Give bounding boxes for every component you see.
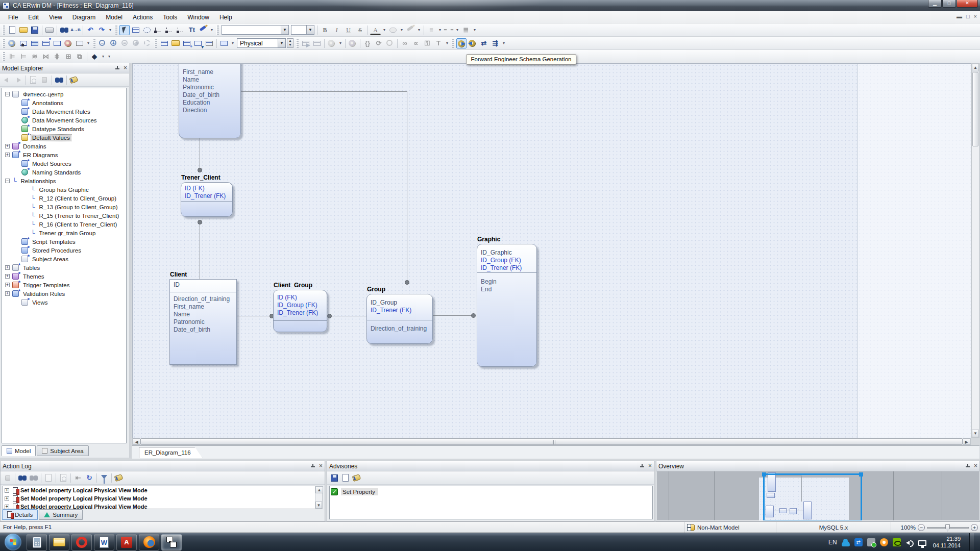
expand-width-icon[interactable] [73,473,83,483]
taskbar-explorer[interactable] [49,534,69,550]
new-key-icon[interactable] [204,38,214,48]
toolbar-grip[interactable] [3,39,5,48]
format-brush-icon[interactable] [198,25,208,35]
log-entry[interactable]: + Set Model property Logical Physical Vi… [3,494,315,503]
help-book-icon[interactable] [69,75,79,85]
category-tool-icon[interactable] [142,25,152,35]
tree-item-validation-rules[interactable]: + Validation Rules [2,289,126,298]
collapse-icon[interactable]: − [5,179,10,183]
toolbar-overflow-icon[interactable]: ▾ [501,38,507,48]
fill-color-icon[interactable] [388,25,398,35]
line-width-icon[interactable] [426,25,436,35]
expand-icon[interactable]: + [5,291,10,296]
taskbar-erwin-active[interactable] [161,534,182,550]
pin-icon[interactable] [640,463,645,469]
tree-item-relationship[interactable]: └ Group has Graphic [2,185,126,194]
tree-item-relationship[interactable]: └ R_13 (Group to Client_Group) [2,203,126,211]
antivirus-tray-icon[interactable] [880,538,888,546]
collapse-icon[interactable]: − [5,92,10,96]
tree-item-relationship[interactable]: └ R_15 (Trener to Trener_Client) [2,211,126,220]
expand-icon[interactable]: + [5,153,10,157]
diagram-window-icon[interactable] [30,38,40,48]
show-desktop-button[interactable] [969,533,974,551]
tree-item-data-movement-sources[interactable]: Data Movement Sources [2,116,126,124]
close-panel-icon[interactable]: × [124,65,127,71]
font-color-button[interactable]: A [370,25,381,35]
help-book-icon[interactable] [114,473,124,483]
advisory-item[interactable]: ✓ Set Property [331,487,651,496]
tree-item-datatype-standards[interactable]: Datatype Standards [2,124,126,133]
new-model-icon[interactable] [7,25,17,35]
align-top-icon[interactable] [18,52,29,62]
toolbar-grip[interactable] [93,39,95,48]
open-model-icon[interactable] [18,25,29,35]
design-layer-icon[interactable] [312,38,322,48]
tree-item-relationship[interactable]: └ R_12 (Client to Client_Group) [2,194,126,203]
italic-button[interactable]: I [331,25,342,35]
back-icon[interactable] [2,75,12,85]
new-diagram-window-icon[interactable]: * [41,38,51,48]
undo-icon[interactable] [85,25,95,35]
tree-item-model-sources[interactable]: Model Sources [2,159,126,168]
tree-item-data-movement-rules[interactable]: Data Movement Rules [2,107,126,116]
manytomany-rel-tool-icon[interactable] [176,25,186,35]
tree-item-tables[interactable]: + Tables [2,263,126,272]
taskbar-calculator[interactable] [27,534,47,550]
new-index-icon[interactable]: ▾ [193,38,203,48]
scroll-down-icon[interactable]: ▼ [315,502,322,509]
search-model-icon[interactable] [385,38,395,48]
advisories-list[interactable]: ✓ Set Property [329,486,653,519]
braces-icon[interactable] [362,38,373,48]
copy-advisories-icon[interactable] [340,473,351,483]
select-tool-icon[interactable] [119,25,130,35]
mdi-restore-button[interactable]: □ [966,13,970,19]
entity-trener-client[interactable]: Trener_Client ID (FK) ID_Trener (FK) [181,182,233,217]
taskbar-clock[interactable]: 21:39 04.11.2014 [933,536,961,549]
toolbar-grip[interactable] [115,26,117,35]
redo-icon[interactable] [96,25,107,35]
scroll-up-icon[interactable]: ▲ [972,64,979,71]
link-icon[interactable] [400,38,410,48]
volume-tray-icon[interactable] [905,539,914,547]
chevron-down-icon[interactable]: ▾ [337,38,344,48]
tree-item-stored-procedures[interactable]: Stored Procedures [2,246,126,255]
toolbar-grip[interactable] [155,39,157,48]
relationship-line-trener-group[interactable] [407,91,407,281]
tree-item-model-root[interactable]: − Фитнесс-центр [2,90,126,98]
chevron-down-icon[interactable]: ▾ [230,38,236,48]
start-button[interactable] [5,534,21,550]
expand-icon[interactable]: + [5,496,9,501]
tree-item-subject-areas[interactable]: Subject Areas [2,255,126,263]
zoom-slider-thumb[interactable] [945,524,950,532]
close-panel-icon[interactable]: × [974,463,977,469]
viewport-handle[interactable] [859,472,863,477]
diamond-display-icon[interactable] [89,52,100,62]
refresh-icon[interactable] [374,38,384,48]
view-mode-spinner[interactable]: ▲▼ [287,38,293,48]
toolbar-grip[interactable] [452,39,454,48]
distribute-h-icon[interactable] [41,52,51,62]
viewport-handle[interactable] [762,472,766,477]
sync-database-icon[interactable] [490,38,500,48]
find-icon[interactable] [17,473,28,483]
align-middle-icon[interactable] [30,52,40,62]
tab-er-diagram-116[interactable]: ER_Diagram_116 [139,447,203,458]
tree-item-script-templates[interactable]: Script Templates [2,237,126,246]
minimize-button[interactable]: ▁ [928,0,942,8]
toolbar-grip[interactable] [3,52,5,61]
zoom-out-icon[interactable]: − [97,38,108,48]
tree-item-trigger-templates[interactable]: + Trigger Templates [2,281,126,289]
save-icon[interactable] [30,25,40,35]
chevron-down-icon[interactable]: ▼ [281,26,288,34]
expand-icon[interactable]: + [5,283,10,287]
scroll-down-icon[interactable]: ▼ [972,430,979,437]
relationship-line-group-clientgroup[interactable] [332,316,366,316]
tree-item-domains[interactable]: + Domains [2,142,126,151]
menu-model[interactable]: Model [101,12,128,23]
tree-item-relationships[interactable]: − └ Relationships [2,177,126,185]
zoom-100-icon[interactable]: = [120,38,130,48]
network-tray-icon[interactable] [918,540,926,546]
delete-icon[interactable] [39,75,50,85]
mdi-minimize-button[interactable]: ▬ [957,13,962,19]
chevron-down-icon[interactable]: ▼ [278,39,285,47]
